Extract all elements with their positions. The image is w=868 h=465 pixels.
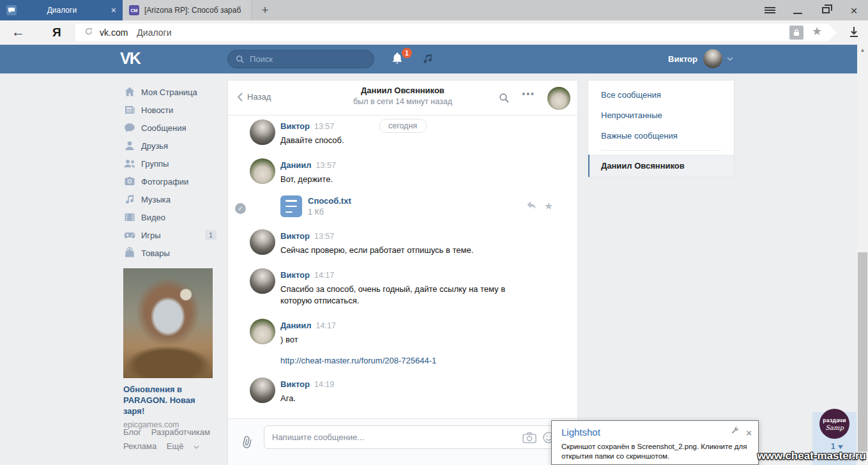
minimize-icon: [793, 13, 802, 14]
message-time: 13:57: [316, 161, 336, 170]
filter-item-2[interactable]: Важные сообщения: [588, 125, 734, 146]
news-icon: [123, 103, 136, 116]
message-author[interactable]: Виктор: [280, 231, 310, 241]
games-icon: [123, 229, 136, 241]
lightshot-popup[interactable]: Lightshot × Скриншот сохранён в Screensh…: [551, 420, 759, 465]
music-button[interactable]: [422, 52, 434, 68]
address-field[interactable]: vk.com Диалоги: [75, 24, 837, 42]
message-text: Вот, держите.: [280, 174, 514, 185]
avatar[interactable]: [250, 319, 275, 344]
avatar[interactable]: [250, 119, 275, 145]
star-icon[interactable]: ★: [544, 201, 553, 211]
page-scrollbar[interactable]: ▲ ▼: [857, 45, 868, 465]
tab-close-icon[interactable]: ×: [111, 5, 116, 15]
sidebar-item-label: Моя Страница: [141, 88, 197, 97]
browser-tab-active[interactable]: Диалоги ×: [0, 0, 123, 20]
sidebar-badge: 1: [205, 230, 217, 240]
message-author[interactable]: Виктор: [280, 121, 310, 131]
sidebar-item-3[interactable]: Друзья: [115, 137, 220, 155]
message-author[interactable]: Виктор: [280, 270, 310, 280]
active-dialog-item[interactable]: Даниил Овсянников: [588, 155, 734, 177]
bookmark-star-icon[interactable]: ★: [812, 24, 822, 38]
browser-tab-inactive[interactable]: CM [Arizona RP]: Способ зараб: [123, 0, 252, 20]
address-page: Диалоги: [137, 27, 171, 38]
message-author[interactable]: Даниил: [280, 321, 312, 330]
message-time: 13:57: [314, 122, 334, 131]
cm-icon: CM: [129, 5, 139, 15]
close-button[interactable]: ×: [840, 0, 868, 20]
wrench-icon[interactable]: [731, 427, 740, 438]
sidebar-item-6[interactable]: Музыка: [115, 190, 220, 208]
search-input[interactable]: Поиск: [227, 50, 374, 68]
tab-title: Диалоги: [17, 6, 107, 15]
footer-link-blog[interactable]: Блог: [123, 427, 141, 437]
close-icon[interactable]: ×: [746, 428, 752, 438]
scroll-up-arrow[interactable]: ▲: [857, 45, 868, 55]
minimize-button[interactable]: [784, 0, 812, 20]
attach-button[interactable]: [241, 434, 254, 452]
ad-image[interactable]: [123, 268, 213, 378]
footer-link-developers[interactable]: Разработчикам: [151, 427, 210, 437]
avatar[interactable]: [547, 87, 570, 110]
chat-footer: Напишите сообщение...: [228, 418, 577, 465]
chat-search-icon[interactable]: [499, 93, 510, 106]
download-icon[interactable]: [849, 26, 859, 40]
sidebar-item-9[interactable]: Товары: [115, 244, 220, 262]
user-menu[interactable]: Виктор: [668, 49, 733, 68]
refresh-icon[interactable]: [84, 27, 93, 38]
sidebar-item-label: Группы: [141, 159, 169, 169]
restore-button[interactable]: [812, 0, 840, 20]
back-icon[interactable]: ←: [11, 24, 25, 40]
sidebar-item-0[interactable]: Моя Страница: [115, 83, 220, 101]
scrollbar-thumb[interactable]: [858, 252, 867, 452]
avatar[interactable]: [250, 377, 275, 403]
notifications-button[interactable]: 1: [390, 50, 407, 67]
ad-title[interactable]: Обновления в PARAGON. Новая заря!: [123, 384, 213, 416]
home-icon: [123, 86, 136, 98]
chevron-down-icon: [727, 57, 733, 61]
message-link[interactable]: http://cheat-master.ru/forum/208-725644-…: [280, 356, 436, 365]
filter-item-0[interactable]: Все сообщения: [588, 84, 734, 105]
message-author[interactable]: Виктор: [280, 379, 310, 389]
user-name: Виктор: [668, 54, 697, 64]
message-input[interactable]: Напишите сообщение...: [264, 425, 562, 449]
message-text: Ага.: [280, 393, 334, 404]
chat-menu-icon[interactable]: •••: [522, 89, 535, 99]
new-tab-button[interactable]: +: [252, 0, 278, 20]
chevron-down-icon: [194, 445, 199, 449]
vk-logo[interactable]: VK: [120, 49, 140, 68]
vk-chat-icon: [6, 5, 17, 15]
message-body: Виктор13:57Сейчас проверю, если работает…: [280, 229, 473, 256]
message-list: сегодня Виктор13:57Давайте способ.Даниил…: [228, 116, 577, 404]
sidebar-item-8[interactable]: Игры1: [115, 226, 220, 244]
avatar[interactable]: [250, 268, 275, 294]
file-name[interactable]: Способ.txt: [308, 196, 351, 206]
footer-link-more[interactable]: Ещё: [167, 441, 199, 451]
lightshot-tools: ×: [731, 427, 752, 438]
selected-check-icon[interactable]: ✓: [235, 203, 246, 214]
browser-menu-button[interactable]: [756, 0, 784, 20]
message-author[interactable]: Даниил: [280, 160, 312, 170]
message-time: 13:57: [314, 232, 334, 241]
lock-icon[interactable]: [789, 26, 803, 40]
avatar[interactable]: [250, 158, 275, 184]
yandex-logo[interactable]: Я: [52, 26, 61, 40]
market-icon: [123, 247, 136, 259]
sidebar-item-1[interactable]: Новости: [115, 101, 220, 119]
sidebar-item-label: Новости: [141, 105, 173, 115]
lightshot-message[interactable]: Скриншот сохранён в Screenshot_2.png. Кл…: [561, 442, 750, 461]
avatar[interactable]: [250, 229, 275, 255]
ad-block[interactable]: Обновления в PARAGON. Новая заря! epicga…: [123, 268, 213, 429]
sidebar-item-2[interactable]: Сообщения: [115, 119, 220, 137]
camera-icon[interactable]: [522, 431, 537, 446]
sidebar-item-5[interactable]: Фотографии: [115, 172, 220, 190]
footer-link-ads[interactable]: Реклама: [123, 441, 156, 451]
filter-item-1[interactable]: Непрочитанные: [588, 105, 734, 125]
reply-icon[interactable]: [526, 201, 537, 212]
sidebar-item-4[interactable]: Группы: [115, 155, 220, 172]
message-body: Виктор14:19Ага.: [280, 377, 334, 404]
cheat-master-badge: раздачи Samp: [819, 409, 849, 439]
photos-icon: [123, 175, 136, 188]
message-body: Виктор13:57Давайте способ.: [280, 119, 344, 146]
sidebar-item-7[interactable]: Видео: [115, 208, 220, 226]
